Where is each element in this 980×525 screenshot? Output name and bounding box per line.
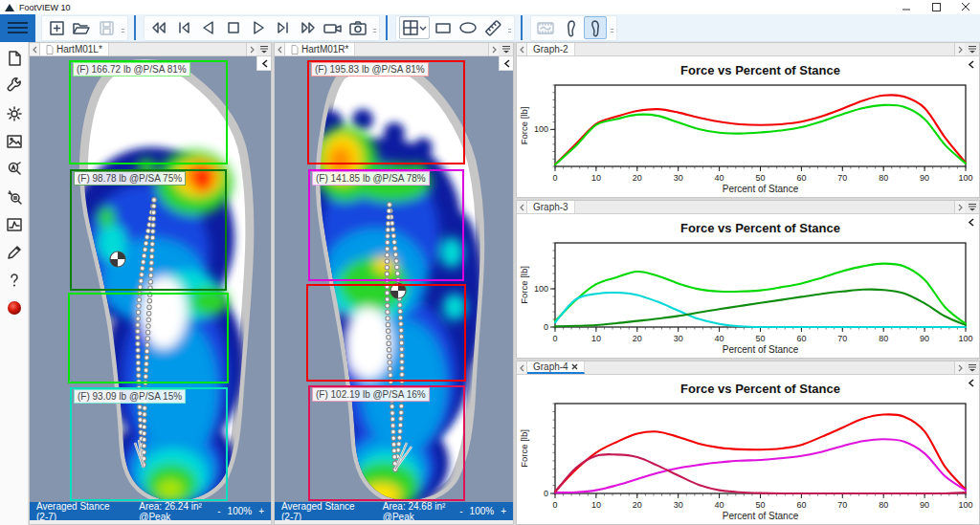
zoom-out-button[interactable]: - [459,506,462,516]
tab-hartm01r[interactable]: HartM01R* [285,43,355,55]
region-box-metatarsal[interactable] [70,169,227,291]
tab-scroll-right[interactable] [488,43,499,55]
ellipse-tool-button[interactable] [457,16,479,39]
close-tab-icon[interactable] [571,363,578,370]
stop-button[interactable] [222,16,245,39]
tab-scroll-left[interactable] [30,43,40,55]
svg-text:20: 20 [633,500,642,510]
document-icon [46,45,54,55]
tab-graph-4[interactable]: Graph-4 [527,361,585,374]
tab-menu-button[interactable] [965,43,979,55]
new-window-button[interactable] [45,16,68,39]
record-video-button[interactable] [322,16,345,39]
tab-label: Graph-2 [533,44,568,55]
playback-toolbar-group [144,15,380,41]
fast-forward-button[interactable] [297,16,320,39]
save-button[interactable] [95,16,118,39]
region-box-midfoot[interactable] [68,293,229,383]
foot-right-button[interactable] [584,16,607,39]
toolbar-separator [386,15,388,40]
new-window-icon [48,19,66,37]
panel-footer [275,520,513,524]
svg-text:80: 80 [879,173,888,183]
region-box-metatarsal[interactable] [308,169,464,281]
tab-hartm01l[interactable]: HartM01L* [40,43,109,55]
region-box-midfoot[interactable] [306,284,466,382]
image-button[interactable] [0,127,28,155]
zoom-in-button[interactable]: + [258,506,264,516]
rewind-button[interactable] [147,16,170,39]
document-button[interactable] [0,44,28,72]
zoom-in-button[interactable]: + [501,506,506,516]
tab-label: HartM01R* [301,44,348,55]
svg-text:70: 70 [837,173,847,183]
zoom-level: 100% [470,506,495,516]
tab-scroll-left[interactable] [275,43,285,55]
tab-menu-button[interactable] [965,361,979,374]
tab-scroll-left[interactable] [517,361,527,374]
svg-text:Force [lb]: Force [lb] [519,266,529,304]
edit-button[interactable] [0,238,28,266]
toolbar-grip [507,29,511,38]
collapse-panel-button[interactable] [256,56,271,71]
svg-text:Force [lb]: Force [lb] [519,429,529,468]
menu-button[interactable] [0,14,35,42]
record-button[interactable] [0,294,28,321]
region-box-heel[interactable] [308,385,465,501]
collapse-panel-button[interactable] [964,215,978,230]
snapshot-button[interactable] [346,16,369,39]
svg-text:10: 10 [591,500,601,510]
play-button[interactable] [247,16,270,39]
first-frame-button[interactable] [172,16,195,39]
next-frame-button[interactable] [272,16,295,39]
tab-graph-2[interactable]: Graph-2 [527,43,575,55]
tab-label: Graph-4 [533,361,568,372]
save-icon [98,19,116,37]
collapse-panel-button[interactable] [964,376,978,390]
previous-frame-button[interactable] [197,16,220,39]
grid-layout-dropdown[interactable] [399,16,430,39]
tab-scroll-right[interactable] [954,201,965,213]
film-strip-button[interactable] [534,16,557,39]
svg-text:Force vs Percent of Stance: Force vs Percent of Stance [680,382,840,396]
chart-view-button[interactable] [0,210,28,238]
minimize-button[interactable] [902,3,911,11]
tab-scroll-left[interactable] [517,43,527,55]
measure-tool-button[interactable] [481,16,504,39]
region-label: (F) 195.83 lb @P/SA 81% [311,62,429,77]
tab-scroll-right[interactable] [954,361,965,374]
graph-2-chart: Force vs Percent of Stance01020304050607… [517,56,979,197]
zoom-report-button[interactable] [0,155,28,183]
foot-left-button[interactable] [559,16,582,39]
region-box-heel[interactable] [70,387,228,501]
tab-menu-button[interactable] [965,201,979,213]
svg-text:90: 90 [920,173,929,183]
rectangle-tool-button[interactable] [432,16,455,39]
tab-menu-button[interactable] [256,43,271,55]
tab-scroll-left[interactable] [517,201,527,213]
help-button[interactable] [0,266,28,294]
zoom-level: 100% [228,506,253,516]
maximize-button[interactable] [932,3,941,11]
close-button[interactable] [962,3,970,11]
collapse-panel-button[interactable] [499,56,513,71]
svg-text:Force vs Percent of Stance: Force vs Percent of Stance [680,63,840,77]
tools-button[interactable] [0,72,28,99]
svg-text:90: 90 [920,334,929,343]
svg-text:Force vs Percent of Stance: Force vs Percent of Stance [680,221,840,235]
left-foot-pressure-map[interactable]: (F) 166.72 lb @P/SA 81% (F) 98.78 lb @P/… [30,56,271,504]
settings-button[interactable] [0,99,28,127]
zoom-out-button[interactable]: - [217,506,220,516]
tab-graph-3[interactable]: Graph-3 [527,201,575,213]
tab-scroll-right[interactable] [954,43,965,55]
graph-2-panel: Graph-2 Force vs Percent of Stance010203… [516,42,980,198]
svg-text:20: 20 [633,173,642,183]
collapse-panel-button[interactable] [964,57,978,72]
area-value: Area: 26.24 in² @Peak [139,501,217,522]
right-foot-statusbar: Averaged Stance (2-7) Area: 24.68 in² @P… [275,502,513,520]
zoom-analyze-button[interactable] [0,183,28,210]
tab-scroll-right[interactable] [246,43,256,55]
tab-menu-button[interactable] [499,43,513,55]
right-foot-pressure-map[interactable]: (F) 195.83 lb @P/SA 81% (F) 141.85 lb @P… [275,56,513,504]
open-button[interactable] [70,16,93,39]
